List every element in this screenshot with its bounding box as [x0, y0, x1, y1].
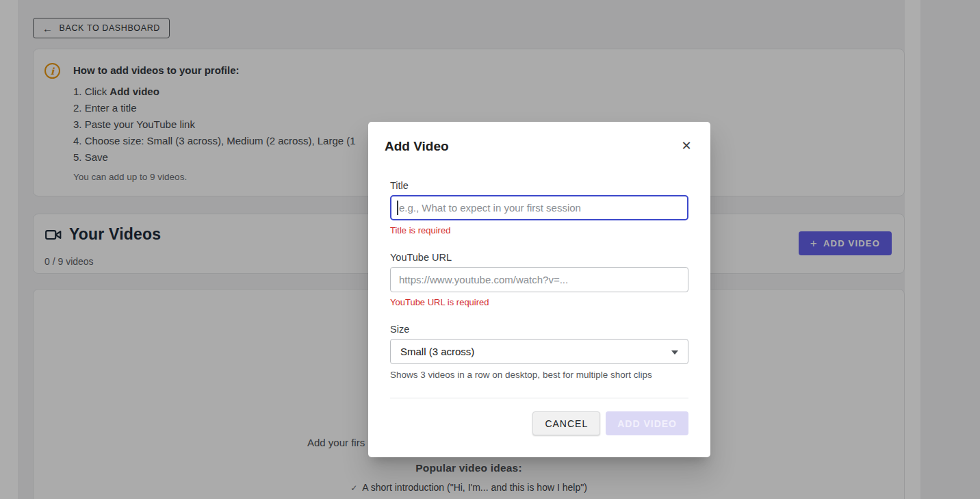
title-input[interactable]	[390, 195, 688, 220]
chevron-down-icon	[671, 350, 678, 355]
dialog-title: Add Video	[385, 139, 449, 154]
cancel-button[interactable]: CANCEL	[532, 411, 600, 435]
add-video-dialog: Add Video ✕ Title Title is required YouT…	[368, 122, 710, 457]
submit-add-video-button[interactable]: ADD VIDEO	[606, 411, 688, 435]
youtube-url-field-label: YouTube URL	[390, 252, 452, 263]
size-field-label: Size	[390, 324, 409, 335]
footer-divider	[390, 398, 688, 398]
title-error-text: Title is required	[390, 225, 450, 235]
youtube-url-input-wrap	[390, 267, 688, 292]
dialog-actions: CANCEL ADD VIDEO	[532, 411, 688, 435]
text-cursor	[397, 201, 398, 215]
size-helper-text: Shows 3 videos in a row on desktop, best…	[390, 370, 652, 380]
title-input-wrap	[390, 195, 688, 220]
youtube-url-error-text: YouTube URL is required	[390, 297, 489, 307]
size-select[interactable]: Small (3 across)	[390, 339, 688, 364]
close-icon[interactable]: ✕	[675, 134, 698, 157]
size-select-value: Small (3 across)	[400, 346, 474, 357]
youtube-url-input[interactable]	[390, 267, 688, 292]
title-field-label: Title	[390, 180, 409, 191]
